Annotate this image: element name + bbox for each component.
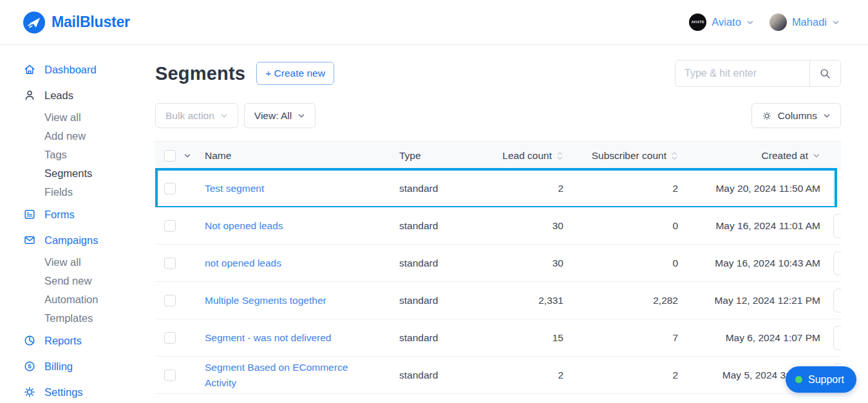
header-lead-count-label: Lead count xyxy=(502,150,552,162)
sidebar-item-billing[interactable]: Billing xyxy=(23,353,155,379)
segment-name-link[interactable]: Not opened leads xyxy=(205,218,283,234)
created-at: May 20, 2024 11:50 AM xyxy=(678,183,820,194)
sidebar-item-campaigns[interactable]: Campaigns xyxy=(23,227,155,253)
sidebar-item-segments[interactable]: Segments xyxy=(23,164,155,183)
lead-count: 30 xyxy=(499,220,563,232)
header-type: Type xyxy=(399,150,499,162)
segment-name-link[interactable]: not opened leads xyxy=(205,256,281,271)
row-actions-button[interactable] xyxy=(833,251,841,275)
sidebar-item-label: Send new xyxy=(44,275,91,287)
brand-name: MailBluster xyxy=(52,14,130,31)
sidebar-item-forms[interactable]: Forms xyxy=(23,202,155,227)
row-checkbox[interactable] xyxy=(164,220,176,232)
view-filter-dropdown[interactable]: View: All xyxy=(244,103,316,128)
lead-count: 15 xyxy=(499,332,563,344)
sidebar-item-label: Settings xyxy=(44,386,83,398)
sidebar-item-reports[interactable]: Reports xyxy=(23,328,155,353)
support-button[interactable]: Support xyxy=(786,366,856,393)
subscriber-count: 2,282 xyxy=(563,295,678,306)
mailbluster-logo[interactable]: MailBluster xyxy=(23,12,130,33)
table-body: Test segment standard 2 2 May 20, 2024 1… xyxy=(155,170,841,394)
bulk-action-dropdown[interactable]: Bulk action xyxy=(155,103,238,128)
sidebar-item-tags[interactable]: Tags xyxy=(23,145,155,164)
header-subscriber-count[interactable]: Subscriber count xyxy=(563,150,678,162)
created-at: May 16, 2024 11:01 AM xyxy=(678,220,820,232)
row-checkbox[interactable] xyxy=(164,183,176,194)
row-actions-button[interactable] xyxy=(833,214,841,238)
sidebar-item-label: Leads xyxy=(44,89,73,102)
table-row: not opened leads standard 30 0 May 16, 2… xyxy=(155,245,841,282)
columns-label: Columns xyxy=(778,110,817,122)
table-row: Segment Based on ECommerce Activity stan… xyxy=(155,357,841,394)
lead-count: 2,331 xyxy=(499,295,563,306)
search-button[interactable] xyxy=(809,61,840,86)
sidebar-item-label: View all xyxy=(44,111,81,124)
row-actions-button[interactable] xyxy=(833,288,841,312)
sidebar-item-settings[interactable]: Settings xyxy=(23,379,155,403)
segment-type: standard xyxy=(399,295,499,306)
sidebar-item-automation[interactable]: Automation xyxy=(23,290,155,309)
bulk-action-label: Bulk action xyxy=(165,110,214,122)
sidebar-item-add-new[interactable]: Add new xyxy=(23,127,155,145)
create-new-button[interactable]: + Create new xyxy=(256,62,334,85)
header-lead-count[interactable]: Lead count xyxy=(499,150,563,162)
row-actions-button[interactable] xyxy=(833,326,841,350)
sort-icon xyxy=(671,151,678,161)
row-actions-button[interactable] xyxy=(833,176,841,200)
sidebar-item-fields[interactable]: Fields xyxy=(23,183,155,202)
header-name: Name xyxy=(205,150,399,162)
chevron-down-icon xyxy=(746,19,754,26)
sidebar-nav: Dashboard Leads View all Add new Tags Se… xyxy=(0,45,155,403)
table-row: Segment - was not delivered standard 15 … xyxy=(155,319,841,357)
sidebar-item-send-new[interactable]: Send new xyxy=(23,272,155,290)
chevron-down-icon xyxy=(823,112,831,120)
user-menu[interactable]: Mahadi xyxy=(769,14,840,31)
organization-menu[interactable]: AVIATO Aviato xyxy=(689,14,754,31)
sort-desc-chevron-icon xyxy=(813,152,820,160)
header-action-cell xyxy=(820,142,841,169)
view-filter-label: View: All xyxy=(254,110,292,122)
sidebar-item-view-all[interactable]: View all xyxy=(23,253,155,272)
header-created-at[interactable]: Created at xyxy=(678,150,820,162)
sort-icon xyxy=(556,151,563,161)
select-options-chevron-icon[interactable] xyxy=(184,152,191,160)
top-navbar: MailBluster AVIATO Aviato Mahadi xyxy=(0,0,868,45)
row-checkbox[interactable] xyxy=(164,258,176,269)
sidebar-item-label: Campaigns xyxy=(44,234,98,247)
search-input[interactable] xyxy=(675,61,809,86)
columns-dropdown[interactable]: Columns xyxy=(751,103,841,128)
forms-icon xyxy=(23,208,36,221)
sidebar-item-label: View all xyxy=(44,256,81,268)
sidebar-item-label: Forms xyxy=(44,209,75,221)
lead-count: 2 xyxy=(499,370,563,381)
sidebar-item-leads[interactable]: Leads xyxy=(23,82,155,108)
sidebar-item-view-all[interactable]: View all xyxy=(23,108,155,127)
envelope-icon xyxy=(23,234,36,247)
segment-name-link[interactable]: Multiple Segments together xyxy=(205,293,326,308)
table-header-row: Name Type Lead count Subscriber count Cr… xyxy=(155,141,841,170)
search-icon xyxy=(819,68,831,80)
chevron-down-icon xyxy=(297,112,305,120)
row-checkbox[interactable] xyxy=(164,295,176,306)
segment-name-link[interactable]: Segment - was not delivered xyxy=(205,330,331,346)
sidebar-item-label: Automation xyxy=(44,294,98,306)
segments-table: Name Type Lead count Subscriber count Cr… xyxy=(155,141,841,394)
sidebar-item-label: Billing xyxy=(44,361,73,373)
main-content: Segments + Create new Bulk action View: … xyxy=(155,45,841,394)
row-checkbox[interactable] xyxy=(164,370,176,381)
header-subscriber-count-label: Subscriber count xyxy=(592,150,666,162)
segment-name-link[interactable]: Test segment xyxy=(205,181,264,196)
segment-type: standard xyxy=(399,258,499,269)
person-icon xyxy=(23,89,36,102)
segment-name-link[interactable]: Segment Based on ECommerce Activity xyxy=(205,360,354,391)
user-avatar xyxy=(769,14,787,31)
segment-type: standard xyxy=(399,332,499,344)
sidebar-item-label: Fields xyxy=(44,186,73,198)
sidebar-item-templates[interactable]: Templates xyxy=(23,309,155,328)
sidebar-item-dashboard[interactable]: Dashboard xyxy=(23,57,155,82)
home-icon xyxy=(23,63,36,76)
row-checkbox[interactable] xyxy=(164,332,176,344)
created-at: May 6, 2024 1:07 PM xyxy=(678,332,820,344)
select-all-checkbox[interactable] xyxy=(164,150,176,162)
online-status-dot xyxy=(795,376,802,383)
